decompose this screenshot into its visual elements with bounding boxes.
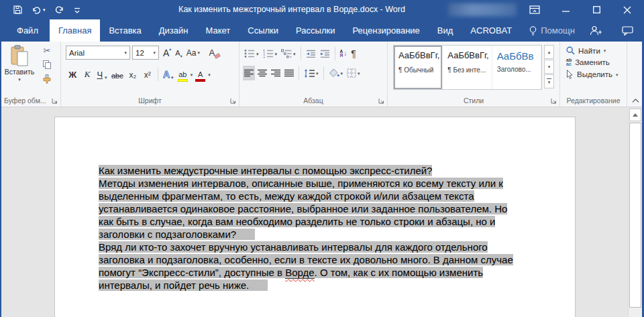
close-button[interactable] [612, 0, 643, 19]
tab-mailings[interactable]: Рассылки [287, 19, 343, 42]
undo-icon [32, 6, 42, 14]
bullets-button[interactable]: ▾ [243, 46, 260, 61]
scrollbar-thumb[interactable] [629, 123, 641, 308]
copy-icon[interactable] [43, 60, 51, 69]
select-button[interactable]: Выделить ▾ [566, 70, 619, 79]
cut-icon[interactable]: ✂ [44, 46, 51, 55]
align-right-button[interactable] [270, 66, 282, 80]
font-color-bar [195, 79, 205, 82]
window-controls [519, 0, 643, 19]
maximize-button[interactable] [581, 0, 612, 19]
increase-indent-button[interactable] [319, 46, 331, 61]
numbering-button[interactable]: ▾ [262, 46, 279, 61]
strikethrough-button[interactable]: abc [110, 67, 125, 82]
tab-layout[interactable]: Макет [197, 19, 239, 42]
line-spacing-button[interactable]: ▾ [303, 66, 320, 80]
undo-button[interactable]: ▾ [32, 6, 46, 14]
document-line[interactable]: заголовка и подзаголовка, особенно, если… [99, 253, 513, 266]
collapse-ribbon-button[interactable] [632, 99, 639, 103]
document-line[interactable]: помогут “Экспресс-стили”, доступные в Во… [99, 266, 513, 279]
align-center-button[interactable] [256, 66, 268, 80]
font-dialog-launcher[interactable] [229, 97, 237, 105]
document-page[interactable]: Как изменить междустрочные интервалы с п… [54, 117, 576, 317]
borders-icon [347, 68, 356, 78]
comments-icon[interactable] [622, 26, 633, 36]
underline-button[interactable]: Ч ▾ [95, 67, 109, 82]
borders-button[interactable]: ▾ [345, 66, 362, 80]
styles-scroll-down-button[interactable]: ▾ [544, 60, 554, 74]
font-size-value: 12 [136, 49, 144, 57]
styles-more-button[interactable]: ▾ [544, 74, 554, 88]
align-center-icon [258, 69, 267, 77]
tab-references[interactable]: Ссылки [239, 19, 287, 42]
vertical-scrollbar[interactable] [628, 109, 642, 317]
selected-text: выделенным фрагментам, то есть, между ка… [99, 190, 474, 202]
tab-design[interactable]: Дизайн [150, 19, 197, 42]
decrease-indent-button[interactable] [305, 46, 317, 61]
format-painter-icon[interactable] [42, 74, 52, 84]
paste-button[interactable]: Вставить ▾ [3, 45, 36, 94]
undo-dropdown-caret-icon[interactable]: ▾ [43, 7, 46, 12]
shading-button[interactable]: ▾ [327, 66, 345, 80]
decrease-indent-icon [306, 50, 316, 58]
superscript-button[interactable]: x² [141, 67, 154, 82]
highlight-color-bar [178, 79, 188, 82]
save-button[interactable] [13, 5, 22, 14]
style-no-spacing[interactable]: АаБбВвГг, ¶ Без инте... [443, 46, 492, 89]
document-line[interactable]: выделенным фрагментам, то есть, между ка… [99, 190, 513, 202]
change-case-button[interactable]: Aa ▾ [184, 46, 202, 60]
tab-file[interactable]: Файл [5, 19, 50, 42]
customize-quick-access-button[interactable] [74, 7, 80, 13]
selected-text: Вряд ли кто-то захочет вручную устанавли… [99, 241, 488, 253]
align-left-button[interactable] [243, 66, 255, 80]
document-line[interactable]: Как изменить междустрочные интервалы с п… [99, 164, 513, 177]
sort-button[interactable]: А Я ↓ [339, 46, 349, 61]
selected-text: Как изменить междустрочные интервалы с п… [99, 165, 432, 176]
tab-acrobat[interactable]: ACROBAT [462, 19, 521, 42]
minimize-button[interactable] [550, 0, 581, 19]
find-button[interactable]: Найти ▾ [566, 46, 619, 55]
find-label: Найти [578, 47, 600, 55]
font-name-combobox[interactable]: Arial ▾ [66, 46, 130, 60]
ribbon-display-options-button[interactable] [519, 0, 550, 19]
redo-button[interactable] [55, 5, 64, 14]
subscript-button[interactable]: x₂ [126, 67, 140, 82]
show-formatting-marks-button[interactable]: ¶ [350, 46, 358, 61]
tell-me-box[interactable]: Помощн [521, 19, 584, 42]
font-name-caret-icon[interactable]: ▾ [124, 50, 127, 55]
document-line[interactable]: интервалы, и пойдет речь ниже. [99, 279, 513, 292]
replace-button[interactable]: ab ac Заменить [566, 58, 619, 66]
clipboard-dialog-launcher[interactable] [51, 97, 58, 105]
styles-scroll-up-button[interactable]: ▴ [544, 45, 554, 59]
tab-home[interactable]: Главная [50, 19, 100, 42]
document-line[interactable]: Методы изменения интервалов, описанные в… [99, 177, 513, 190]
text-effects-button[interactable]: А ▾ [162, 67, 175, 82]
tab-view[interactable]: Вид [429, 19, 462, 42]
clear-formatting-button[interactable]: А [204, 46, 220, 60]
paragraph-dialog-launcher[interactable] [378, 97, 385, 105]
justify-button[interactable] [283, 66, 295, 80]
italic-button[interactable]: К [80, 67, 94, 82]
multilevel-list-button[interactable]: ▾ [280, 46, 297, 61]
document-line[interactable]: Вряд ли кто-то захочет вручную устанавли… [99, 241, 513, 253]
text-highlight-button[interactable]: ab [176, 67, 189, 82]
font-size-caret-icon[interactable]: ▾ [153, 50, 156, 55]
tab-review[interactable]: Рецензирование [343, 19, 428, 42]
document-line[interactable]: заголовки с подзаголовками? [99, 228, 513, 241]
paste-dropdown-caret-icon[interactable]: ▾ [18, 77, 21, 82]
share-person-icon[interactable] [590, 25, 602, 36]
scrollbar-up-button[interactable] [629, 109, 641, 121]
redo-icon [55, 5, 64, 14]
tab-insert[interactable]: Вставка [100, 19, 150, 42]
styles-dialog-launcher[interactable] [550, 97, 557, 105]
bold-button[interactable]: Ж [66, 67, 79, 82]
customize-quick-access-icon [74, 7, 80, 13]
style-normal[interactable]: АаБбВвГг, ¶ Обычный [394, 46, 443, 89]
font-size-combobox[interactable]: 12 ▾ [132, 46, 159, 60]
grow-font-button[interactable]: А ▴ [161, 46, 171, 60]
style-heading1[interactable]: АаБбВв Заголово... [492, 46, 541, 89]
document-line[interactable]: как быть в случае, когда вам необходимо … [99, 215, 513, 228]
document-line[interactable]: устанавливается одинаковое расстояние, в… [99, 202, 513, 215]
font-color-button[interactable]: А [194, 67, 207, 82]
shrink-font-button[interactable]: А ▾ [173, 46, 182, 60]
